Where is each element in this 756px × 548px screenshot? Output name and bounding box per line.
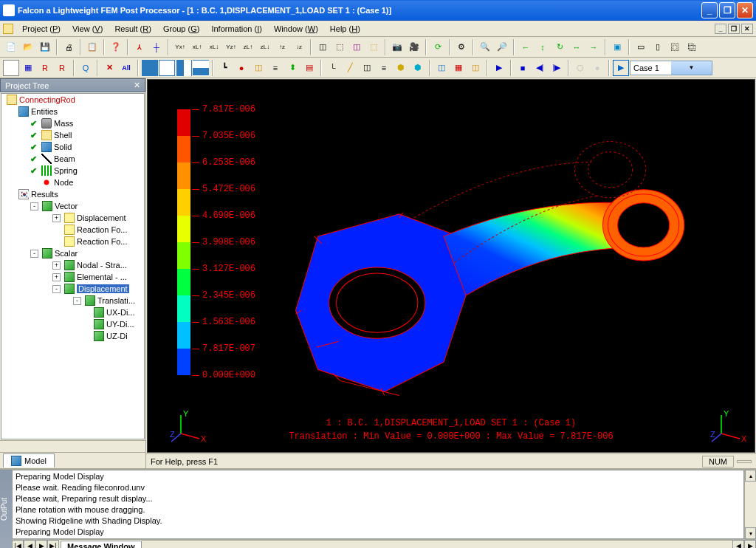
pan-right-button[interactable]: ↔: [568, 39, 585, 55]
pause-button[interactable]: ■: [515, 60, 531, 76]
viewport-3d[interactable]: 7.817E-0067.035E-0066.253E-0065.472E-006…: [147, 79, 755, 453]
menu-view[interactable]: View (V): [66, 23, 109, 35]
tb2-magnify[interactable]: Q: [78, 60, 94, 76]
tree-translati-item[interactable]: UX-Di...: [92, 306, 144, 318]
view-iso3-button[interactable]: ◫: [348, 39, 365, 55]
loop-button[interactable]: ◌: [572, 60, 588, 76]
view-iso2-button[interactable]: ⬚: [331, 39, 348, 55]
tree-vector-item[interactable]: Reaction Fo...: [50, 236, 144, 247]
open-button[interactable]: 📂: [20, 39, 36, 55]
output-scroll-left[interactable]: ◀: [732, 540, 744, 548]
tree-entities[interactable]: Entities: [16, 106, 144, 117]
tool-b6[interactable]: ⬢: [410, 60, 426, 76]
output-side-tab[interactable]: OutPut: [0, 470, 12, 548]
view-x2-button[interactable]: xL↑: [189, 39, 205, 55]
tree-entity-beam[interactable]: ✔Beam: [28, 153, 144, 165]
win2-button[interactable]: ▯: [650, 39, 666, 55]
tool-a6[interactable]: ▤: [301, 60, 317, 76]
output-first-button[interactable]: |◀: [12, 540, 24, 548]
view-z1-button[interactable]: zL↓: [257, 39, 273, 55]
view-iso1-button[interactable]: ◫: [315, 39, 331, 55]
step-fwd-button[interactable]: |▶: [549, 60, 565, 76]
tree-vector[interactable]: -Vector: [28, 200, 144, 212]
view-x3-button[interactable]: xL↓: [206, 39, 222, 55]
view-y2-button[interactable]: zL↑: [240, 39, 256, 55]
case-combo[interactable]: Case 1 ▼: [630, 61, 712, 75]
menu-information[interactable]: Information (I): [205, 23, 267, 35]
view-y1-button[interactable]: Yz↑: [223, 39, 239, 55]
tree-entity-mass[interactable]: ✔Mass: [28, 117, 144, 129]
shade-wire-button[interactable]: [159, 60, 175, 76]
output-last-button[interactable]: ▶|: [47, 540, 59, 548]
tree-vector-item[interactable]: Reaction Fo...: [50, 224, 144, 236]
tool-c1[interactable]: ◫: [433, 60, 450, 76]
tool-b5[interactable]: ⬢: [393, 60, 409, 76]
rotate-button[interactable]: ↻: [551, 39, 568, 55]
tool-b4[interactable]: ≡: [376, 60, 392, 76]
output-next-button[interactable]: ▶: [35, 540, 47, 548]
tool-a4[interactable]: ≡: [267, 60, 284, 76]
tree-translati-item[interactable]: UY-Di...: [92, 318, 144, 330]
tool-b3[interactable]: ◫: [359, 60, 375, 76]
tb2-cancel[interactable]: ✕: [101, 60, 117, 76]
tree-scalar[interactable]: -Scalar: [28, 247, 144, 259]
window-close-button[interactable]: ✕: [737, 2, 753, 18]
tb2-1[interactable]: [3, 60, 19, 76]
model-tab[interactable]: Model: [3, 453, 55, 467]
tree-translati-item[interactable]: UZ-Di: [92, 330, 144, 342]
view-cam2-button[interactable]: 🎥: [406, 39, 422, 55]
view-cam1-button[interactable]: 📷: [389, 39, 405, 55]
play-button[interactable]: ▶: [491, 60, 507, 76]
zoom-window-button[interactable]: 🔍: [477, 39, 493, 55]
step-back-button[interactable]: ◀|: [532, 60, 548, 76]
win1-button[interactable]: ▭: [633, 39, 649, 55]
output-log[interactable]: Preparing Model DisplayPlease wait. Read…: [12, 470, 744, 539]
tree-scalar-item[interactable]: -Displacement: [50, 283, 144, 295]
panel-close-button[interactable]: ✕: [134, 81, 140, 90]
tool-a3[interactable]: ◫: [250, 60, 267, 76]
win4-button[interactable]: ⿻: [684, 39, 700, 55]
view-z3-button[interactable]: ↓z: [291, 39, 307, 55]
menu-help[interactable]: Help (H): [324, 23, 366, 35]
view-z2-button[interactable]: ↑z: [274, 39, 290, 55]
project-tree[interactable]: ConnectingRod Entities ✔Mass✔Shell✔Solid…: [1, 93, 145, 439]
menu-group[interactable]: Group (G): [157, 23, 206, 35]
refresh-button[interactable]: ⟳: [430, 39, 446, 55]
tree-entity-solid[interactable]: ✔Solid: [28, 141, 144, 153]
settings-button[interactable]: ⚙: [453, 39, 470, 55]
tree-results[interactable]: 🇰🇷Results: [16, 188, 144, 200]
save-button[interactable]: 💾: [37, 39, 53, 55]
tb2-3[interactable]: R: [37, 60, 53, 76]
window-minimize-button[interactable]: _: [701, 2, 718, 18]
menu-window[interactable]: Window (W): [268, 23, 324, 35]
tree-translati[interactable]: -Translati...: [71, 295, 144, 306]
tree-scalar-item[interactable]: +Nodal - Stra...: [50, 259, 144, 271]
pan-down-button[interactable]: →: [585, 39, 602, 55]
tool-c3[interactable]: ◫: [467, 60, 484, 76]
tool-a2[interactable]: ●: [233, 60, 250, 76]
tool-b1[interactable]: └: [325, 60, 341, 76]
window-maximize-button[interactable]: ❐: [719, 2, 735, 18]
tool-b2[interactable]: ╱: [342, 60, 358, 76]
go-button[interactable]: ▶: [613, 60, 629, 76]
tree-entity-node[interactable]: Node: [28, 177, 144, 188]
axes-button[interactable]: ┼: [148, 39, 165, 55]
new-button[interactable]: 📄: [3, 39, 19, 55]
mdi-close-button[interactable]: ✕: [741, 24, 753, 34]
shade-mix1-button[interactable]: [176, 60, 192, 76]
tb2-all[interactable]: All: [118, 60, 134, 76]
tree-scalar-item[interactable]: +Elemental - ...: [50, 271, 144, 283]
shade-solid-button[interactable]: [142, 60, 158, 76]
tree-vector-item[interactable]: +Displacement: [50, 212, 144, 224]
shade-mix2-button[interactable]: [193, 60, 209, 76]
menu-result[interactable]: Result (R): [109, 23, 157, 35]
tb2-4[interactable]: R: [54, 60, 70, 76]
win3-button[interactable]: ⿴: [667, 39, 683, 55]
record-button[interactable]: ●: [589, 60, 605, 76]
view-x1-button[interactable]: Yx↑: [172, 39, 188, 55]
tb2-2[interactable]: ▦: [20, 60, 36, 76]
menu-project[interactable]: Project (P): [16, 23, 66, 35]
tree-entity-shell[interactable]: ✔Shell: [28, 129, 144, 141]
tree-root[interactable]: ConnectingRod: [4, 94, 144, 106]
output-v-scrollbar[interactable]: ▴▾: [744, 470, 756, 539]
